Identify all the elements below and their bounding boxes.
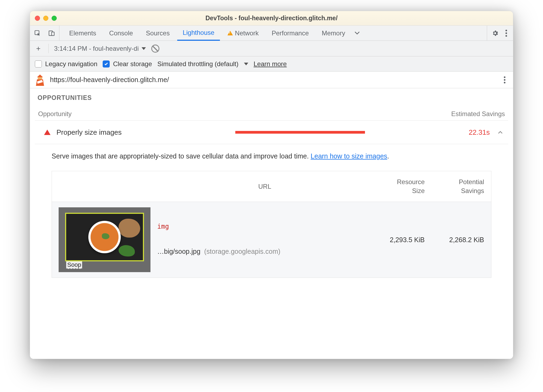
resource-thumbnail: Soop (59, 207, 150, 272)
opportunity-name: Properly size images (56, 128, 229, 137)
tab-label: Memory (322, 29, 345, 37)
header-resource-size: ResourceSize (372, 178, 432, 195)
tab-memory[interactable]: Memory (316, 26, 351, 40)
savings-bar-fill (235, 131, 365, 134)
collapse-chevron-icon[interactable] (496, 128, 505, 137)
divider (48, 44, 49, 53)
table-row[interactable]: Soop img …big/soop.jpg (storage.googleap… (52, 202, 491, 278)
tab-lighthouse[interactable]: Lighthouse (177, 26, 220, 41)
titlebar: DevTools - foul-heavenly-direction.glitc… (30, 11, 513, 26)
devtools-window: DevTools - foul-heavenly-direction.glitc… (30, 11, 513, 359)
thumb-bread (119, 219, 140, 238)
resource-size: 2,293.5 KiB (372, 236, 432, 244)
section-title-opportunities: OPPORTUNITIES (38, 94, 508, 102)
thumb-soup (88, 221, 121, 253)
legacy-navigation-label: Legacy navigation (45, 60, 97, 68)
warning-icon (227, 31, 233, 35)
column-estimated-savings: Estimated Savings (451, 110, 505, 118)
clear-report-icon[interactable] (149, 43, 161, 54)
tab-label: Network (235, 29, 259, 37)
clear-storage-checkbox[interactable] (103, 60, 110, 67)
throttling-label: Simulated throttling (default) (157, 60, 239, 68)
opportunity-description: Serve images that are appropriately-size… (35, 144, 508, 163)
lighthouse-settings-bar: Legacy navigation Clear storage Simulate… (30, 56, 513, 72)
more-options-icon[interactable] (503, 28, 510, 38)
savings-bar-track (235, 131, 449, 133)
report-options-icon[interactable] (501, 75, 508, 85)
clear-storage-label: Clear storage (113, 60, 152, 68)
tab-elements[interactable]: Elements (64, 26, 102, 40)
inspect-element-icon[interactable] (33, 28, 42, 38)
thumb-leaf (119, 245, 135, 256)
window-title: DevTools - foul-heavenly-direction.glitc… (30, 15, 513, 22)
report-selector-label: 3:14:14 PM - foul-heavenly-di (54, 45, 139, 52)
description-text: Serve images that are appropriately-size… (52, 152, 311, 160)
thumb-caption: Soop (66, 261, 82, 269)
report-url-bar: https://foul-heavenly-direction.glitch.m… (30, 72, 513, 88)
opportunity-row[interactable]: Properly size images 22.31s (35, 120, 508, 144)
more-tabs-icon[interactable] (353, 28, 363, 38)
resource-path: …big/soop.jpg (157, 248, 200, 255)
legacy-navigation-checkbox[interactable] (35, 60, 42, 67)
potential-savings: 2,268.2 KiB (432, 236, 491, 244)
report-selector[interactable]: 3:14:14 PM - foul-heavenly-di (54, 45, 146, 52)
devtools-tabs-bar: Elements Console Sources Lighthouse Netw… (30, 26, 513, 41)
tab-label: Elements (69, 29, 96, 37)
settings-gear-icon[interactable] (490, 28, 500, 38)
dropdown-caret-icon (142, 47, 146, 50)
element-tag: img (157, 222, 372, 231)
tab-label: Console (109, 29, 133, 37)
throttling-dropdown-icon[interactable] (244, 63, 248, 65)
tab-label: Lighthouse (183, 29, 214, 36)
header-potential-savings: PotentialSavings (432, 178, 491, 195)
tab-label: Performance (272, 29, 309, 37)
lighthouse-toolbar: + 3:14:14 PM - foul-heavenly-di (30, 41, 513, 56)
tab-label: Sources (146, 29, 170, 37)
learn-size-images-link[interactable]: Learn how to size images (311, 152, 387, 160)
column-opportunity: Opportunity (38, 110, 72, 118)
description-text-end: . (387, 152, 389, 160)
new-report-button[interactable]: + (34, 44, 43, 53)
device-toolbar-icon[interactable] (47, 28, 56, 38)
report-content: OPPORTUNITIES Opportunity Estimated Savi… (30, 88, 513, 359)
lighthouse-icon (35, 74, 45, 86)
svg-marker-3 (37, 75, 43, 77)
fail-triangle-icon (44, 130, 51, 135)
svg-rect-2 (52, 32, 54, 35)
resource-host: (storage.googleapis.com) (204, 248, 280, 255)
tab-console[interactable]: Console (104, 26, 138, 40)
table-header: URL ResourceSize PotentialSavings (52, 171, 491, 202)
resources-table: URL ResourceSize PotentialSavings (52, 171, 491, 278)
savings-value: 22.31s (455, 128, 490, 137)
svg-rect-4 (38, 77, 42, 79)
tab-network[interactable]: Network (222, 26, 264, 40)
learn-more-link[interactable]: Learn more (254, 60, 287, 68)
opportunities-columns: Opportunity Estimated Savings (35, 107, 508, 120)
header-url: URL (157, 183, 372, 190)
tab-performance[interactable]: Performance (266, 26, 314, 40)
tested-url: https://foul-heavenly-direction.glitch.m… (50, 76, 169, 84)
tab-sources[interactable]: Sources (140, 26, 175, 40)
